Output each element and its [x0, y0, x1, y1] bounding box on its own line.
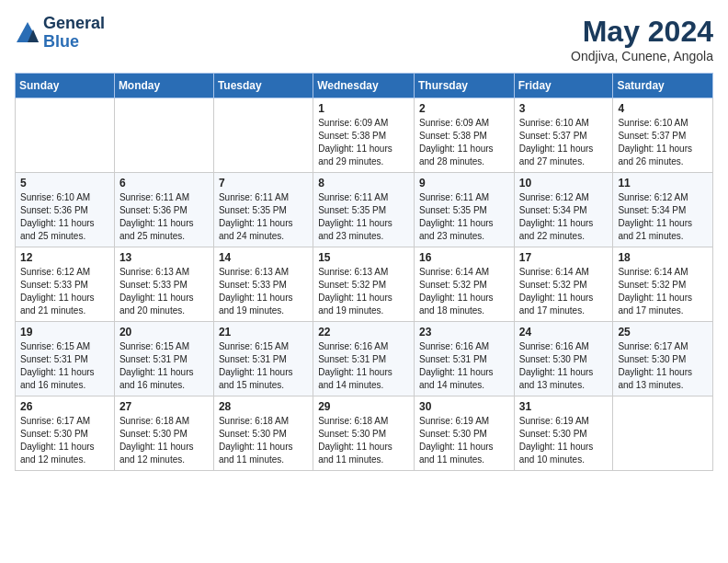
- day-number: 11: [618, 177, 708, 190]
- logo-general-text: General: [43, 15, 105, 33]
- day-detail: Sunrise: 6:15 AM Sunset: 5:31 PM Dayligh…: [20, 340, 109, 392]
- calendar-cell-w5-d4: 29Sunrise: 6:18 AM Sunset: 5:30 PM Dayli…: [313, 396, 415, 471]
- col-saturday: Saturday: [613, 74, 713, 98]
- calendar-cell-w1-d2: [114, 98, 213, 173]
- week-row-4: 19Sunrise: 6:15 AM Sunset: 5:31 PM Dayli…: [16, 322, 713, 396]
- day-number: 3: [519, 102, 609, 115]
- day-number: 1: [318, 102, 409, 115]
- col-friday: Friday: [514, 74, 613, 98]
- day-number: 12: [20, 251, 109, 264]
- calendar-cell-w1-d5: 2Sunrise: 6:09 AM Sunset: 5:38 PM Daylig…: [414, 98, 514, 173]
- day-detail: Sunrise: 6:18 AM Sunset: 5:30 PM Dayligh…: [219, 415, 308, 466]
- day-number: 22: [318, 326, 409, 339]
- day-detail: Sunrise: 6:14 AM Sunset: 5:32 PM Dayligh…: [618, 266, 708, 317]
- calendar-cell-w1-d3: [213, 98, 313, 173]
- day-number: 7: [219, 177, 308, 190]
- day-number: 28: [219, 400, 308, 413]
- day-detail: Sunrise: 6:12 AM Sunset: 5:34 PM Dayligh…: [618, 191, 708, 243]
- day-detail: Sunrise: 6:18 AM Sunset: 5:30 PM Dayligh…: [119, 415, 209, 466]
- calendar-cell-w5-d2: 27Sunrise: 6:18 AM Sunset: 5:30 PM Dayli…: [114, 396, 213, 471]
- day-number: 23: [419, 326, 509, 339]
- day-number: 5: [20, 177, 109, 190]
- calendar-cell-w3-d4: 15Sunrise: 6:13 AM Sunset: 5:32 PM Dayli…: [313, 247, 415, 322]
- day-number: 17: [519, 251, 609, 264]
- week-row-3: 12Sunrise: 6:12 AM Sunset: 5:33 PM Dayli…: [16, 247, 713, 322]
- day-number: 15: [318, 251, 409, 264]
- calendar-cell-w3-d5: 16Sunrise: 6:14 AM Sunset: 5:32 PM Dayli…: [414, 247, 514, 322]
- col-monday: Monday: [114, 74, 213, 98]
- day-detail: Sunrise: 6:10 AM Sunset: 5:37 PM Dayligh…: [618, 117, 708, 168]
- calendar-cell-w5-d1: 26Sunrise: 6:17 AM Sunset: 5:30 PM Dayli…: [16, 396, 115, 471]
- day-detail: Sunrise: 6:16 AM Sunset: 5:31 PM Dayligh…: [419, 340, 509, 392]
- calendar-cell-w3-d7: 18Sunrise: 6:14 AM Sunset: 5:32 PM Dayli…: [613, 247, 713, 322]
- calendar-cell-w4-d5: 23Sunrise: 6:16 AM Sunset: 5:31 PM Dayli…: [414, 322, 514, 396]
- location: Ondjiva, Cunene, Angola: [571, 49, 713, 63]
- calendar-cell-w4-d2: 20Sunrise: 6:15 AM Sunset: 5:31 PM Dayli…: [114, 322, 213, 396]
- calendar-cell-w3-d3: 14Sunrise: 6:13 AM Sunset: 5:33 PM Dayli…: [213, 247, 313, 322]
- calendar-cell-w1-d4: 1Sunrise: 6:09 AM Sunset: 5:38 PM Daylig…: [313, 98, 415, 173]
- day-number: 29: [318, 400, 409, 413]
- day-detail: Sunrise: 6:16 AM Sunset: 5:30 PM Dayligh…: [519, 340, 609, 392]
- day-number: 24: [519, 326, 609, 339]
- calendar-cell-w2-d5: 9Sunrise: 6:11 AM Sunset: 5:35 PM Daylig…: [414, 173, 514, 247]
- calendar-cell-w5-d6: 31Sunrise: 6:19 AM Sunset: 5:30 PM Dayli…: [514, 396, 613, 471]
- day-number: 20: [119, 326, 209, 339]
- day-detail: Sunrise: 6:19 AM Sunset: 5:30 PM Dayligh…: [519, 415, 609, 466]
- col-tuesday: Tuesday: [213, 74, 313, 98]
- calendar-cell-w4-d6: 24Sunrise: 6:16 AM Sunset: 5:30 PM Dayli…: [514, 322, 613, 396]
- day-detail: Sunrise: 6:19 AM Sunset: 5:30 PM Dayligh…: [419, 415, 509, 466]
- day-detail: Sunrise: 6:18 AM Sunset: 5:30 PM Dayligh…: [318, 415, 409, 466]
- calendar-cell-w2-d6: 10Sunrise: 6:12 AM Sunset: 5:34 PM Dayli…: [514, 173, 613, 247]
- calendar-cell-w1-d1: [16, 98, 115, 173]
- calendar-cell-w4-d1: 19Sunrise: 6:15 AM Sunset: 5:31 PM Dayli…: [16, 322, 115, 396]
- day-detail: Sunrise: 6:12 AM Sunset: 5:33 PM Dayligh…: [20, 266, 109, 317]
- day-detail: Sunrise: 6:14 AM Sunset: 5:32 PM Dayligh…: [519, 266, 609, 317]
- day-number: 19: [20, 326, 109, 339]
- calendar-cell-w2-d1: 5Sunrise: 6:10 AM Sunset: 5:36 PM Daylig…: [16, 173, 115, 247]
- calendar-cell-w1-d6: 3Sunrise: 6:10 AM Sunset: 5:37 PM Daylig…: [514, 98, 613, 173]
- day-detail: Sunrise: 6:09 AM Sunset: 5:38 PM Dayligh…: [419, 117, 509, 168]
- day-detail: Sunrise: 6:13 AM Sunset: 5:32 PM Dayligh…: [318, 266, 409, 317]
- day-number: 18: [618, 251, 708, 264]
- col-thursday: Thursday: [414, 74, 514, 98]
- calendar-cell-w5-d3: 28Sunrise: 6:18 AM Sunset: 5:30 PM Dayli…: [213, 396, 313, 471]
- day-detail: Sunrise: 6:17 AM Sunset: 5:30 PM Dayligh…: [20, 415, 109, 466]
- day-detail: Sunrise: 6:12 AM Sunset: 5:34 PM Dayligh…: [519, 191, 609, 243]
- day-detail: Sunrise: 6:16 AM Sunset: 5:31 PM Dayligh…: [318, 340, 409, 392]
- calendar-cell-w3-d1: 12Sunrise: 6:12 AM Sunset: 5:33 PM Dayli…: [16, 247, 115, 322]
- day-detail: Sunrise: 6:13 AM Sunset: 5:33 PM Dayligh…: [219, 266, 308, 317]
- page-header: General Blue May 2024 Ondjiva, Cunene, A…: [15, 15, 713, 63]
- calendar-cell-w2-d2: 6Sunrise: 6:11 AM Sunset: 5:36 PM Daylig…: [114, 173, 213, 247]
- calendar-cell-w5-d7: [613, 396, 713, 471]
- calendar-cell-w2-d4: 8Sunrise: 6:11 AM Sunset: 5:35 PM Daylig…: [313, 173, 415, 247]
- logo-icon: [15, 20, 40, 46]
- calendar-cell-w2-d7: 11Sunrise: 6:12 AM Sunset: 5:34 PM Dayli…: [613, 173, 713, 247]
- day-number: 8: [318, 177, 409, 190]
- calendar-header-row: Sunday Monday Tuesday Wednesday Thursday…: [16, 74, 713, 98]
- day-detail: Sunrise: 6:15 AM Sunset: 5:31 PM Dayligh…: [219, 340, 308, 392]
- calendar-cell-w4-d3: 21Sunrise: 6:15 AM Sunset: 5:31 PM Dayli…: [213, 322, 313, 396]
- calendar-table: Sunday Monday Tuesday Wednesday Thursday…: [15, 73, 713, 471]
- week-row-5: 26Sunrise: 6:17 AM Sunset: 5:30 PM Dayli…: [16, 396, 713, 471]
- week-row-1: 1Sunrise: 6:09 AM Sunset: 5:38 PM Daylig…: [16, 98, 713, 173]
- calendar-cell-w3-d2: 13Sunrise: 6:13 AM Sunset: 5:33 PM Dayli…: [114, 247, 213, 322]
- day-number: 4: [618, 102, 708, 115]
- day-number: 21: [219, 326, 308, 339]
- col-wednesday: Wednesday: [313, 74, 415, 98]
- logo-blue-text: Blue: [43, 33, 105, 52]
- day-number: 31: [519, 400, 609, 413]
- day-detail: Sunrise: 6:11 AM Sunset: 5:35 PM Dayligh…: [219, 191, 308, 243]
- day-number: 16: [419, 251, 509, 264]
- calendar-cell-w1-d7: 4Sunrise: 6:10 AM Sunset: 5:37 PM Daylig…: [613, 98, 713, 173]
- day-number: 2: [419, 102, 509, 115]
- month-year: May 2024: [571, 15, 713, 49]
- calendar-cell-w3-d6: 17Sunrise: 6:14 AM Sunset: 5:32 PM Dayli…: [514, 247, 613, 322]
- day-detail: Sunrise: 6:11 AM Sunset: 5:35 PM Dayligh…: [419, 191, 509, 243]
- calendar-cell-w4-d4: 22Sunrise: 6:16 AM Sunset: 5:31 PM Dayli…: [313, 322, 415, 396]
- day-number: 14: [219, 251, 308, 264]
- week-row-2: 5Sunrise: 6:10 AM Sunset: 5:36 PM Daylig…: [16, 173, 713, 247]
- day-number: 27: [119, 400, 209, 413]
- day-number: 30: [419, 400, 509, 413]
- day-number: 25: [618, 326, 708, 339]
- day-detail: Sunrise: 6:11 AM Sunset: 5:36 PM Dayligh…: [119, 191, 209, 243]
